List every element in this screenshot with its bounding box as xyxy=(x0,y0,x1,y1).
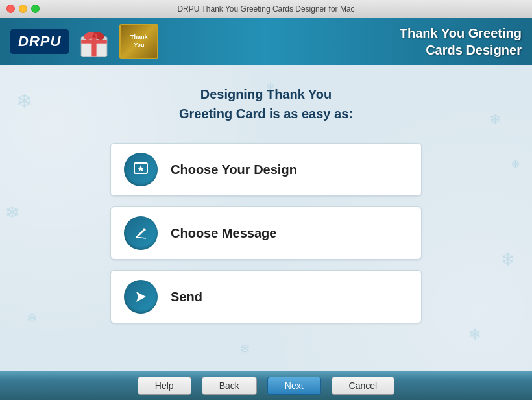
step-send[interactable]: Send xyxy=(110,270,422,323)
step-message-label: Choose Message xyxy=(171,226,276,241)
send-icon xyxy=(132,288,150,306)
gift-icon-wrap xyxy=(77,24,112,59)
svg-point-7 xyxy=(93,34,96,38)
close-button[interactable] xyxy=(6,5,15,13)
step-send-label: Send xyxy=(171,290,202,305)
main-content: ❄ ❄ ❄ ❄ ❄ ❄ ❄ ❄ ❄ Designing Thank You Gr… xyxy=(0,65,532,371)
drpu-logo: DRPU xyxy=(10,29,69,54)
send-icon-circle xyxy=(124,280,158,314)
back-button[interactable]: Back xyxy=(202,377,257,395)
design-icon xyxy=(132,160,150,179)
step-design-label: Choose Your Design xyxy=(171,162,297,177)
cancel-button[interactable]: Cancel xyxy=(332,377,395,395)
step-choose-design[interactable]: Choose Your Design xyxy=(110,143,422,196)
app-header: DRPU Thank You Thank You GreetingCards D xyxy=(0,18,532,65)
svg-marker-9 xyxy=(138,165,145,172)
logo-area: DRPU Thank You xyxy=(10,24,158,59)
intro-text: Designing Thank You Greeting Card is as … xyxy=(179,84,353,123)
minimize-button[interactable] xyxy=(19,5,27,13)
message-icon xyxy=(132,224,150,242)
footer-area: Help Back Next Cancel xyxy=(0,371,532,400)
gift-icon xyxy=(77,23,112,60)
svg-rect-3 xyxy=(82,40,108,43)
maximize-button[interactable] xyxy=(31,5,40,13)
message-icon-circle xyxy=(124,216,158,250)
step-choose-message[interactable]: Choose Message xyxy=(110,206,422,260)
app-title: Thank You GreetingCards Designer xyxy=(400,25,522,58)
thank-you-badge: Thank You xyxy=(119,24,158,59)
svg-marker-12 xyxy=(136,292,146,302)
steps-container: Choose Your Design Choose Message xyxy=(110,143,422,323)
svg-line-11 xyxy=(136,237,146,238)
next-button[interactable]: Next xyxy=(267,377,321,395)
window-title: DRPU Thank You Greeting Cards Designer f… xyxy=(177,5,354,14)
design-icon-circle xyxy=(124,153,158,186)
window-controls xyxy=(6,5,40,13)
title-bar: DRPU Thank You Greeting Cards Designer f… xyxy=(0,0,532,18)
intro-heading: Designing Thank You Greeting Card is as … xyxy=(179,84,353,123)
help-button[interactable]: Help xyxy=(138,377,191,395)
